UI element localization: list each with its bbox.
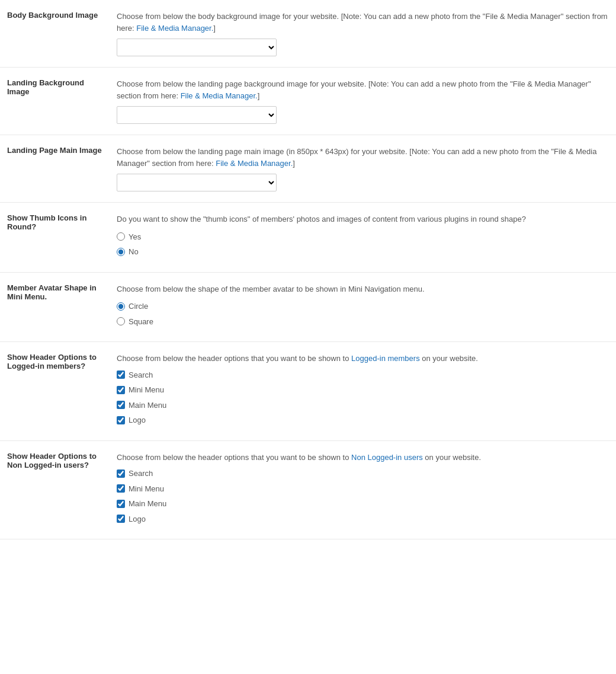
checkbox-label-search-show-header-logged-in: Search <box>129 369 153 381</box>
settings-row-landing-page-main-image: Landing Page Main ImageChoose from below… <box>0 135 616 203</box>
content-show-header-logged-in: Choose from below the header options tha… <box>110 342 616 441</box>
radio-group-member-avatar-shape: CircleSquare <box>117 301 609 327</box>
checkbox-label-main-menu-show-header-logged-in: Main Menu <box>129 400 166 411</box>
highlight-show-header-logged-in: Logged-in members <box>351 354 420 363</box>
label-show-thumb-icons: Show Thumb Icons in Round? <box>0 203 110 273</box>
highlight-show-header-non-logged-in: Non Logged-in users <box>351 453 423 462</box>
checkbox-item-search-show-header-non-logged-in: Search <box>117 468 609 480</box>
checkbox-item-main-menu-show-header-logged-in: Main Menu <box>117 400 609 411</box>
settings-row-body-background-image: Body Background ImageChoose from below t… <box>0 0 616 68</box>
radio-item-no: No <box>117 246 609 258</box>
content-show-thumb-icons: Do you want to show the "thumb icons" of… <box>110 203 616 273</box>
file-manager-link-body-background-image[interactable]: File & Media Manager. <box>136 24 213 33</box>
radio-input-square[interactable] <box>117 317 125 325</box>
radio-group-show-thumb-icons: YesNo <box>117 231 609 258</box>
label-show-header-logged-in: Show Header Options to Logged-in members… <box>0 342 110 441</box>
radio-item-square: Square <box>117 316 609 328</box>
file-manager-link-landing-background-image[interactable]: File & Media Manager. <box>181 91 258 100</box>
checkbox-item-main-menu-show-header-non-logged-in: Main Menu <box>117 498 609 510</box>
description-show-thumb-icons: Do you want to show the "thumb icons" of… <box>117 213 609 225</box>
checkbox-group-show-header-non-logged-in: SearchMini MenuMain MenuLogo <box>117 468 609 525</box>
checkbox-label-mini-menu-show-header-non-logged-in: Mini Menu <box>129 483 164 495</box>
description-body-background-image: Choose from below the body background im… <box>117 11 609 34</box>
settings-row-landing-background-image: Landing Background ImageChoose from belo… <box>0 68 616 135</box>
checkbox-group-show-header-logged-in: SearchMini MenuMain MenuLogo <box>117 369 609 426</box>
checkbox-label-mini-menu-show-header-logged-in: Mini Menu <box>129 384 164 396</box>
description-member-avatar-shape: Choose from below the shape of the membe… <box>117 283 609 295</box>
description-landing-page-main-image: Choose from below the landing page main … <box>117 146 609 169</box>
checkbox-input-logo-show-header-non-logged-in[interactable] <box>117 515 125 523</box>
checkbox-input-search-show-header-logged-in[interactable] <box>117 370 125 379</box>
radio-input-no[interactable] <box>117 248 125 256</box>
label-body-background-image: Body Background Image <box>0 0 110 68</box>
checkbox-label-logo-show-header-logged-in: Logo <box>129 414 146 426</box>
content-landing-page-main-image: Choose from below the landing page main … <box>110 135 616 203</box>
settings-row-show-header-non-logged-in: Show Header Options to Non Logged-in use… <box>0 440 616 539</box>
checkbox-label-main-menu-show-header-non-logged-in: Main Menu <box>129 498 166 510</box>
label-landing-background-image: Landing Background Image <box>0 68 110 135</box>
dropdown-body-background-image[interactable] <box>117 39 277 56</box>
radio-label-no: No <box>129 246 139 258</box>
settings-row-show-thumb-icons: Show Thumb Icons in Round?Do you want to… <box>0 203 616 273</box>
description-show-header-non-logged-in: Choose from below the header options tha… <box>117 452 609 464</box>
label-show-header-non-logged-in: Show Header Options to Non Logged-in use… <box>0 440 110 539</box>
settings-table: Body Background ImageChoose from below t… <box>0 0 616 539</box>
settings-row-show-header-logged-in: Show Header Options to Logged-in members… <box>0 342 616 441</box>
checkbox-item-logo-show-header-non-logged-in: Logo <box>117 513 609 525</box>
description-show-header-logged-in: Choose from below the header options tha… <box>117 353 609 365</box>
radio-input-circle[interactable] <box>117 302 125 311</box>
radio-label-yes: Yes <box>129 231 141 243</box>
label-member-avatar-shape: Member Avatar Shape in Mini Menu. <box>0 272 110 342</box>
description-landing-background-image: Choose from below the landing page backg… <box>117 78 609 101</box>
checkbox-label-logo-show-header-non-logged-in: Logo <box>129 513 146 525</box>
checkbox-item-mini-menu-show-header-logged-in: Mini Menu <box>117 384 609 396</box>
content-show-header-non-logged-in: Choose from below the header options tha… <box>110 440 616 539</box>
settings-row-member-avatar-shape: Member Avatar Shape in Mini Menu.Choose … <box>0 272 616 342</box>
radio-label-square: Square <box>129 316 153 328</box>
checkbox-input-main-menu-show-header-non-logged-in[interactable] <box>117 500 125 508</box>
checkbox-item-logo-show-header-logged-in: Logo <box>117 414 609 426</box>
checkbox-label-search-show-header-non-logged-in: Search <box>129 468 153 480</box>
checkbox-input-main-menu-show-header-logged-in[interactable] <box>117 401 125 409</box>
checkbox-item-mini-menu-show-header-non-logged-in: Mini Menu <box>117 483 609 495</box>
checkbox-item-search-show-header-logged-in: Search <box>117 369 609 381</box>
content-landing-background-image: Choose from below the landing page backg… <box>110 68 616 135</box>
dropdown-landing-page-main-image[interactable] <box>117 174 277 191</box>
content-body-background-image: Choose from below the body background im… <box>110 0 616 68</box>
radio-input-yes[interactable] <box>117 232 125 241</box>
checkbox-input-search-show-header-non-logged-in[interactable] <box>117 469 125 478</box>
checkbox-input-mini-menu-show-header-non-logged-in[interactable] <box>117 484 125 493</box>
radio-item-yes: Yes <box>117 231 609 243</box>
radio-item-circle: Circle <box>117 301 609 312</box>
file-manager-link-landing-page-main-image[interactable]: File & Media Manager. <box>216 159 293 168</box>
radio-label-circle: Circle <box>129 301 148 312</box>
checkbox-input-mini-menu-show-header-logged-in[interactable] <box>117 386 125 394</box>
dropdown-landing-background-image[interactable] <box>117 106 277 124</box>
content-member-avatar-shape: Choose from below the shape of the membe… <box>110 272 616 342</box>
label-landing-page-main-image: Landing Page Main Image <box>0 135 110 203</box>
checkbox-input-logo-show-header-logged-in[interactable] <box>117 416 125 424</box>
